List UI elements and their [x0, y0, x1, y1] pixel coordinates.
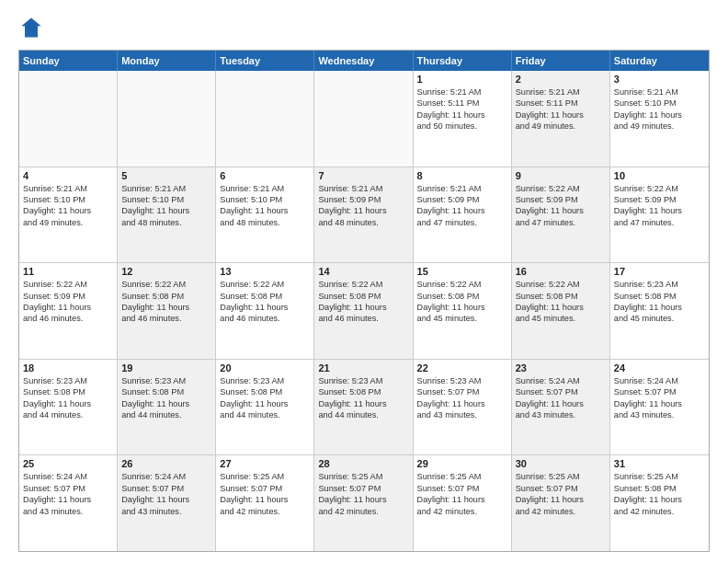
day-number: 7 — [318, 170, 408, 181]
header-day-thursday: Thursday — [414, 51, 512, 71]
day-info: Sunrise: 5:21 AMSunset: 5:10 PMDaylight:… — [121, 183, 211, 229]
day-cell-24: 24Sunrise: 5:24 AMSunset: 5:07 PMDayligh… — [610, 360, 709, 455]
day-number: 24 — [614, 362, 705, 373]
empty-cell — [118, 71, 216, 167]
day-number: 11 — [23, 266, 113, 277]
week-row-1: 1Sunrise: 5:21 AMSunset: 5:11 PMDaylight… — [19, 71, 709, 167]
week-row-2: 4Sunrise: 5:21 AMSunset: 5:10 PMDaylight… — [19, 167, 709, 263]
day-info: Sunrise: 5:25 AMSunset: 5:08 PMDaylight:… — [614, 471, 705, 517]
day-cell-20: 20Sunrise: 5:23 AMSunset: 5:08 PMDayligh… — [216, 360, 314, 455]
day-number: 3 — [614, 74, 705, 85]
day-number: 25 — [23, 458, 113, 469]
svg-marker-1 — [22, 18, 41, 31]
empty-cell — [216, 71, 314, 167]
day-number: 16 — [516, 266, 606, 277]
day-number: 29 — [417, 458, 507, 469]
day-info: Sunrise: 5:23 AMSunset: 5:08 PMDaylight:… — [220, 375, 310, 421]
day-cell-2: 2Sunrise: 5:21 AMSunset: 5:11 PMDaylight… — [512, 71, 610, 167]
day-cell-9: 9Sunrise: 5:22 AMSunset: 5:09 PMDaylight… — [512, 167, 610, 263]
day-info: Sunrise: 5:24 AMSunset: 5:07 PMDaylight:… — [614, 375, 705, 421]
header-day-monday: Monday — [118, 51, 216, 71]
header — [18, 15, 710, 40]
day-info: Sunrise: 5:21 AMSunset: 5:09 PMDaylight:… — [318, 183, 408, 229]
day-cell-14: 14Sunrise: 5:22 AMSunset: 5:08 PMDayligh… — [314, 263, 413, 359]
day-cell-18: 18Sunrise: 5:23 AMSunset: 5:08 PMDayligh… — [19, 360, 118, 455]
day-number: 19 — [121, 362, 211, 373]
day-info: Sunrise: 5:21 AMSunset: 5:10 PMDaylight:… — [220, 183, 310, 229]
header-day-friday: Friday — [512, 51, 610, 71]
day-cell-27: 27Sunrise: 5:25 AMSunset: 5:07 PMDayligh… — [216, 455, 314, 551]
day-info: Sunrise: 5:22 AMSunset: 5:08 PMDaylight:… — [220, 279, 310, 325]
day-number: 6 — [220, 170, 310, 181]
week-row-4: 18Sunrise: 5:23 AMSunset: 5:08 PMDayligh… — [19, 359, 709, 455]
header-day-sunday: Sunday — [19, 51, 118, 71]
day-info: Sunrise: 5:22 AMSunset: 5:09 PMDaylight:… — [614, 183, 705, 229]
day-info: Sunrise: 5:21 AMSunset: 5:11 PMDaylight:… — [417, 86, 507, 132]
day-cell-4: 4Sunrise: 5:21 AMSunset: 5:10 PMDaylight… — [19, 167, 118, 263]
empty-cell — [314, 71, 413, 167]
week-row-3: 11Sunrise: 5:22 AMSunset: 5:09 PMDayligh… — [19, 262, 709, 359]
day-number: 17 — [614, 266, 705, 277]
day-number: 27 — [220, 458, 310, 469]
day-number: 1 — [417, 74, 507, 85]
day-info: Sunrise: 5:22 AMSunset: 5:08 PMDaylight:… — [318, 279, 408, 325]
day-number: 21 — [318, 362, 408, 373]
header-day-wednesday: Wednesday — [314, 51, 413, 71]
day-number: 14 — [318, 266, 408, 277]
day-number: 10 — [614, 170, 705, 181]
day-info: Sunrise: 5:23 AMSunset: 5:07 PMDaylight:… — [417, 375, 507, 421]
day-number: 28 — [318, 458, 408, 469]
day-number: 30 — [516, 458, 606, 469]
logo — [18, 15, 48, 40]
day-info: Sunrise: 5:21 AMSunset: 5:11 PMDaylight:… — [516, 86, 606, 132]
day-cell-25: 25Sunrise: 5:24 AMSunset: 5:07 PMDayligh… — [19, 455, 118, 551]
day-number: 15 — [417, 266, 507, 277]
calendar: SundayMondayTuesdayWednesdayThursdayFrid… — [18, 50, 710, 552]
day-number: 5 — [121, 170, 211, 181]
page: SundayMondayTuesdayWednesdayThursdayFrid… — [0, 0, 728, 563]
header-day-tuesday: Tuesday — [216, 51, 314, 71]
day-info: Sunrise: 5:24 AMSunset: 5:07 PMDaylight:… — [516, 375, 606, 421]
day-cell-8: 8Sunrise: 5:21 AMSunset: 5:09 PMDaylight… — [414, 167, 512, 263]
header-day-saturday: Saturday — [610, 51, 709, 71]
day-info: Sunrise: 5:22 AMSunset: 5:09 PMDaylight:… — [516, 183, 606, 229]
logo-icon — [18, 15, 44, 40]
day-info: Sunrise: 5:23 AMSunset: 5:08 PMDaylight:… — [23, 375, 113, 421]
day-info: Sunrise: 5:22 AMSunset: 5:08 PMDaylight:… — [417, 279, 507, 325]
day-cell-31: 31Sunrise: 5:25 AMSunset: 5:08 PMDayligh… — [610, 455, 709, 551]
day-cell-11: 11Sunrise: 5:22 AMSunset: 5:09 PMDayligh… — [19, 263, 118, 359]
day-cell-26: 26Sunrise: 5:24 AMSunset: 5:07 PMDayligh… — [118, 455, 216, 551]
day-cell-23: 23Sunrise: 5:24 AMSunset: 5:07 PMDayligh… — [512, 360, 610, 455]
day-number: 2 — [516, 74, 606, 85]
day-number: 8 — [417, 170, 507, 181]
day-cell-19: 19Sunrise: 5:23 AMSunset: 5:08 PMDayligh… — [118, 360, 216, 455]
day-info: Sunrise: 5:24 AMSunset: 5:07 PMDaylight:… — [23, 471, 113, 517]
day-cell-17: 17Sunrise: 5:23 AMSunset: 5:08 PMDayligh… — [610, 263, 709, 359]
day-info: Sunrise: 5:21 AMSunset: 5:10 PMDaylight:… — [23, 183, 113, 229]
day-info: Sunrise: 5:22 AMSunset: 5:08 PMDaylight:… — [121, 279, 211, 325]
day-info: Sunrise: 5:25 AMSunset: 5:07 PMDaylight:… — [516, 471, 606, 517]
day-info: Sunrise: 5:25 AMSunset: 5:07 PMDaylight:… — [220, 471, 310, 517]
day-info: Sunrise: 5:22 AMSunset: 5:08 PMDaylight:… — [516, 279, 606, 325]
day-number: 31 — [614, 458, 705, 469]
day-number: 20 — [220, 362, 310, 373]
day-info: Sunrise: 5:23 AMSunset: 5:08 PMDaylight:… — [121, 375, 211, 421]
day-number: 12 — [121, 266, 211, 277]
day-info: Sunrise: 5:25 AMSunset: 5:07 PMDaylight:… — [417, 471, 507, 517]
day-cell-5: 5Sunrise: 5:21 AMSunset: 5:10 PMDaylight… — [118, 167, 216, 263]
day-cell-29: 29Sunrise: 5:25 AMSunset: 5:07 PMDayligh… — [414, 455, 512, 551]
empty-cell — [19, 71, 118, 167]
day-info: Sunrise: 5:23 AMSunset: 5:08 PMDaylight:… — [318, 375, 408, 421]
day-info: Sunrise: 5:21 AMSunset: 5:10 PMDaylight:… — [614, 86, 705, 132]
day-cell-22: 22Sunrise: 5:23 AMSunset: 5:07 PMDayligh… — [414, 360, 512, 455]
day-cell-30: 30Sunrise: 5:25 AMSunset: 5:07 PMDayligh… — [512, 455, 610, 551]
day-number: 13 — [220, 266, 310, 277]
day-number: 23 — [516, 362, 606, 373]
day-info: Sunrise: 5:22 AMSunset: 5:09 PMDaylight:… — [23, 279, 113, 325]
day-cell-13: 13Sunrise: 5:22 AMSunset: 5:08 PMDayligh… — [216, 263, 314, 359]
day-info: Sunrise: 5:23 AMSunset: 5:08 PMDaylight:… — [614, 279, 705, 325]
day-cell-15: 15Sunrise: 5:22 AMSunset: 5:08 PMDayligh… — [414, 263, 512, 359]
day-number: 18 — [23, 362, 113, 373]
day-info: Sunrise: 5:21 AMSunset: 5:09 PMDaylight:… — [417, 183, 507, 229]
day-cell-7: 7Sunrise: 5:21 AMSunset: 5:09 PMDaylight… — [314, 167, 413, 263]
